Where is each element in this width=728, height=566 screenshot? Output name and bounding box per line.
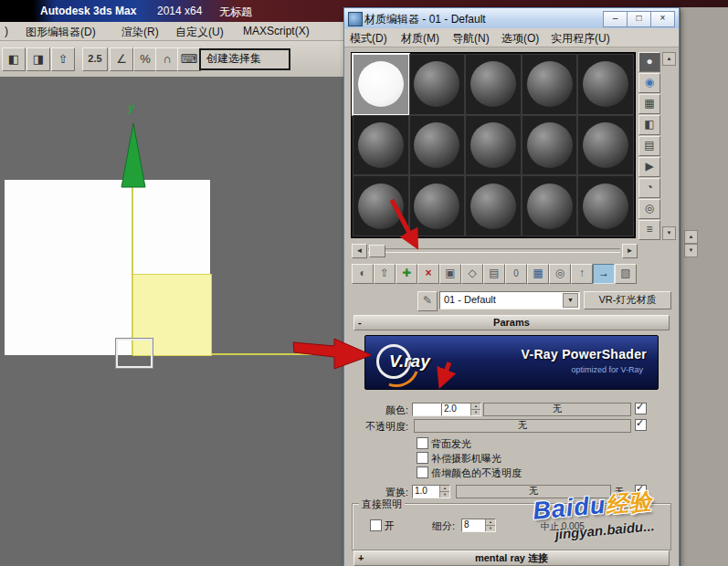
make-unique-icon[interactable]: ◇ (461, 264, 483, 284)
go-forward-sibling-icon[interactable]: → (593, 264, 615, 284)
minimize-button[interactable]: – (603, 11, 628, 27)
menu-item-maxscript[interactable]: MAXScript(X) (243, 25, 310, 37)
make-preview-icon[interactable]: ▶ (638, 157, 660, 177)
subdivs-value[interactable]: 8 (464, 519, 470, 529)
params-rollout[interactable]: - Params (353, 315, 670, 330)
sample-uv-tiling-icon[interactable]: ◧ (638, 115, 660, 135)
dropdown-arrow-icon[interactable]: ▼ (563, 293, 578, 308)
align-icon[interactable]: ◨ (26, 47, 50, 71)
material-editor-titlebar[interactable]: 材质编辑器 - 01 - Default – □ × (344, 8, 679, 29)
opacity-map-checkbox[interactable]: ✓ (635, 419, 647, 431)
reset-map-icon[interactable]: × (417, 264, 439, 284)
spinner-snap-icon[interactable]: ∩ (155, 47, 179, 71)
pick-material-eyedropper-icon[interactable]: ✎ (417, 291, 438, 311)
spinner-down-icon[interactable]: ▼ (485, 526, 495, 531)
options-icon[interactable]: ◔ (638, 178, 660, 198)
material-id-icon[interactable]: 0 (505, 264, 527, 284)
put-to-scene-icon[interactable]: ⇧ (374, 264, 396, 284)
spinner-up-icon[interactable]: ▲ (485, 519, 495, 526)
color-map-checkbox[interactable]: ✓ (635, 403, 647, 414)
make-copy-icon[interactable]: ▣ (439, 264, 461, 284)
material-sample-slot[interactable] (410, 116, 465, 175)
named-selection-set-combo[interactable]: 创建选择集 (199, 48, 290, 70)
material-name-dropdown[interactable]: 01 - Default ▼ (439, 291, 580, 309)
rail-scroll-up-icon[interactable]: ▲ (662, 52, 676, 66)
menu-item-cut[interactable]: ) (5, 25, 8, 37)
compensate-exposure-checkbox[interactable]: ✓ (417, 452, 428, 464)
menu-item-options[interactable]: 选项(O) (501, 31, 539, 47)
panel-scroll-down-icon[interactable]: ▼ (684, 244, 698, 257)
spinner-down-icon[interactable]: ▼ (439, 492, 449, 498)
material-sample-slot[interactable] (466, 116, 521, 175)
snap-toggle-button[interactable]: 2.5 (82, 47, 108, 71)
show-in-viewport-icon[interactable]: ▦ (527, 264, 549, 284)
menu-item-utilities[interactable]: 实用程序(U) (551, 31, 610, 47)
maximize-button[interactable]: □ (627, 11, 651, 27)
isolate-icon[interactable]: ⇧ (51, 47, 75, 71)
displacement-none-label: 无 (615, 486, 624, 498)
select-by-material-icon[interactable]: ◎ (638, 199, 660, 219)
go-to-parent-icon[interactable]: ↑ (571, 264, 593, 284)
sample-type-sphere-icon[interactable]: ● (638, 52, 660, 72)
menu-item-customize[interactable]: 自定义(U) (175, 25, 224, 40)
close-button[interactable]: × (650, 11, 675, 27)
spinner-up-icon[interactable]: ▲ (439, 486, 449, 492)
material-sample-slot[interactable] (353, 176, 408, 236)
material-sample-slot[interactable] (353, 116, 408, 175)
get-material-icon[interactable]: ◐ (352, 264, 374, 284)
material-sample-slot[interactable] (578, 176, 633, 236)
menu-item-modes[interactable]: 模式(D) (350, 31, 387, 47)
slots-scroll-track[interactable] (368, 248, 620, 253)
material-sample-slot[interactable] (466, 55, 521, 114)
material-sample-slot[interactable] (522, 176, 577, 236)
spinner-down-icon[interactable]: ▼ (470, 410, 480, 415)
displacement-spinner[interactable]: 1.0 ▲ ▼ (412, 485, 450, 498)
color-multiplier-spinner[interactable]: 2.0 ▲ ▼ (441, 403, 481, 416)
material-map-navigator-icon[interactable]: ≡ (638, 220, 660, 240)
expand-icon[interactable]: + (358, 551, 364, 564)
keyboard-override-icon[interactable]: ⌨ (177, 47, 201, 71)
mental-ray-rollout[interactable]: + mental ray 连接 (353, 550, 670, 566)
menu-item-rendering[interactable]: 渲染(R) (121, 25, 159, 40)
menu-item-navigation[interactable]: 导航(N) (452, 31, 490, 47)
displacement-map-button[interactable]: 无 (456, 485, 611, 498)
emit-on-back-side-checkbox[interactable]: ✓ (417, 437, 428, 449)
displacement-value[interactable]: 1.0 (415, 486, 427, 496)
material-sample-slot[interactable] (578, 116, 633, 175)
material-sample-slot[interactable] (466, 176, 521, 236)
displacement-map-checkbox[interactable]: ✓ (635, 485, 647, 497)
video-color-check-icon[interactable]: ▤ (638, 136, 660, 156)
angle-snap-icon[interactable]: ∠ (110, 47, 133, 71)
percent-snap-icon[interactable]: % (133, 47, 157, 71)
slots-scroll-thumb[interactable] (369, 245, 385, 257)
backlight-icon[interactable]: ◉ (638, 73, 660, 93)
pick-sample-icon[interactable]: ▧ (615, 264, 637, 284)
put-to-library-icon[interactable]: ▤ (483, 264, 505, 284)
rail-scroll-down-icon[interactable]: ▼ (662, 226, 676, 240)
spinner-up-icon[interactable]: ▲ (470, 404, 480, 410)
assign-to-selection-icon[interactable]: ✚ (396, 264, 417, 284)
slots-scroll-right-icon[interactable]: ► (622, 244, 638, 258)
menu-item-material[interactable]: 材质(M) (401, 31, 439, 47)
multiply-color-opacity-checkbox[interactable]: ✓ (417, 466, 428, 478)
color-map-button[interactable]: 无 (483, 403, 631, 416)
material-type-button[interactable]: VR-灯光材质 (584, 291, 671, 309)
color-swatch[interactable] (412, 403, 441, 416)
mirror-icon[interactable]: ◧ (2, 47, 26, 71)
material-sample-slot[interactable] (410, 55, 465, 114)
material-sample-slot[interactable] (522, 55, 577, 114)
collapse-icon[interactable]: - (358, 316, 362, 329)
show-end-result-icon[interactable]: ◎ (549, 264, 571, 284)
subdivs-spinner[interactable]: 8 ▲ ▼ (461, 519, 496, 532)
opacity-map-button[interactable]: 无 (414, 419, 631, 433)
slots-scroll-left-icon[interactable]: ◄ (352, 244, 367, 258)
background-icon[interactable]: ▦ (638, 94, 660, 114)
material-sample-slot[interactable] (522, 116, 577, 175)
direct-on-checkbox[interactable]: ✓ (370, 519, 382, 531)
material-sample-slot[interactable] (578, 55, 633, 114)
menu-item-graph-editors[interactable]: 图形编辑器(D) (26, 25, 96, 40)
material-sample-slot[interactable] (410, 176, 465, 236)
color-multiplier-value[interactable]: 2.0 (444, 404, 457, 414)
panel-scroll-up-icon[interactable]: ▲ (684, 230, 698, 244)
material-sample-slot-selected[interactable] (353, 55, 408, 114)
